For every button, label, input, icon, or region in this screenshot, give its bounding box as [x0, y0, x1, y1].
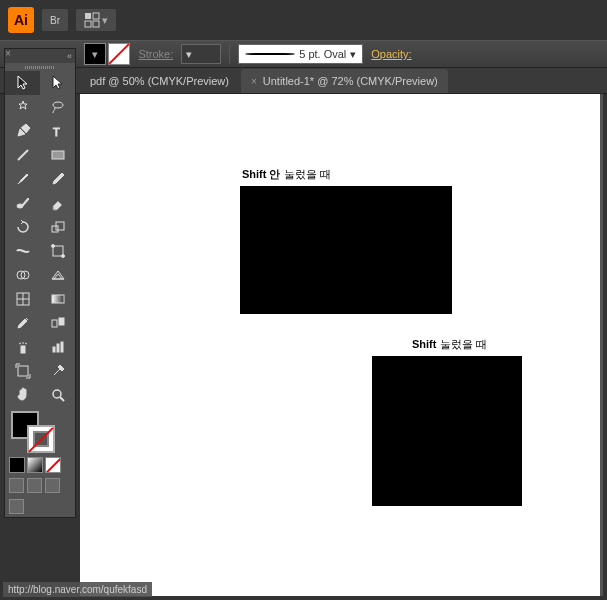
gradient-mode-button[interactable] — [27, 457, 43, 473]
footer-url: http://blog.naver.com/qufekfasd — [3, 582, 152, 597]
panel-grip[interactable] — [5, 63, 75, 71]
svg-rect-11 — [53, 246, 63, 256]
rectangle-shape[interactable] — [240, 186, 452, 314]
svg-rect-23 — [61, 342, 63, 352]
eraser-tool[interactable] — [40, 191, 75, 215]
pencil-tool[interactable] — [40, 167, 75, 191]
paintbrush-tool[interactable] — [5, 167, 40, 191]
gradient-tool[interactable] — [40, 287, 75, 311]
app-menubar: Ai Br ▾ — [0, 0, 607, 40]
rectangle-tool[interactable] — [40, 143, 75, 167]
artboard-tool[interactable] — [5, 359, 40, 383]
document-tabs: pdf @ 50% (CMYK/Preview) × Untitled-1* @… — [0, 68, 607, 94]
canvas-area[interactable]: Shift 안 눌렀을 때 Shift 눌렀을 때 — [80, 94, 603, 596]
symbol-sprayer-tool[interactable] — [5, 335, 40, 359]
none-mode-button[interactable] — [45, 457, 61, 473]
stroke-label[interactable]: Stroke: — [138, 48, 173, 60]
blend-tool[interactable] — [40, 311, 75, 335]
direct-select-tool[interactable] — [40, 71, 75, 95]
tab-label: pdf @ 50% (CMYK/Preview) — [90, 75, 229, 87]
brush-select[interactable]: 5 pt. Oval ▾ — [238, 44, 363, 64]
control-bar: No Selection ▾ Stroke: ▾ 5 pt. Oval ▾ Op… — [0, 40, 607, 68]
svg-rect-17 — [52, 295, 64, 303]
free-transform-tool[interactable] — [40, 239, 75, 263]
svg-line-26 — [60, 397, 64, 401]
screen-mode-row2 — [5, 496, 75, 517]
type-tool[interactable]: T — [40, 119, 75, 143]
svg-rect-22 — [57, 344, 59, 352]
blob-brush-tool[interactable] — [5, 191, 40, 215]
color-mode-button[interactable] — [9, 457, 25, 473]
draw-behind-button[interactable] — [27, 478, 42, 493]
svg-rect-1 — [93, 13, 99, 19]
scale-tool[interactable] — [40, 215, 75, 239]
svg-rect-24 — [18, 366, 28, 376]
arrange-documents-button[interactable]: ▾ — [76, 9, 116, 31]
panel-collapse-icon[interactable]: « — [5, 49, 75, 63]
artboard[interactable]: Shift 안 눌렀을 때 Shift 눌렀을 때 — [80, 94, 600, 596]
svg-rect-3 — [93, 21, 99, 27]
text-label: Shift 안 눌렀을 때 — [242, 164, 331, 182]
magic-wand-tool[interactable] — [5, 95, 40, 119]
app-logo-icon[interactable]: Ai — [8, 7, 34, 33]
stroke-weight-input[interactable]: ▾ — [181, 44, 221, 64]
svg-rect-0 — [85, 13, 91, 19]
tools-panel: « T — [4, 48, 76, 518]
draw-inside-button[interactable] — [45, 478, 60, 493]
color-mode-row — [5, 455, 75, 475]
fill-swatch[interactable]: ▾ — [84, 43, 106, 65]
svg-rect-7 — [52, 151, 64, 159]
screen-mode-row — [5, 475, 75, 496]
slice-tool[interactable] — [40, 359, 75, 383]
square-shape[interactable] — [372, 356, 522, 506]
divider — [229, 44, 230, 64]
stroke-color-swatch[interactable] — [27, 425, 55, 453]
width-tool[interactable] — [5, 239, 40, 263]
svg-rect-9 — [52, 226, 58, 232]
shape-builder-tool[interactable] — [5, 263, 40, 287]
line-tool[interactable] — [5, 143, 40, 167]
svg-rect-18 — [52, 320, 57, 327]
zoom-tool[interactable] — [40, 383, 75, 407]
eyedropper-tool[interactable] — [5, 311, 40, 335]
rotate-tool[interactable] — [5, 215, 40, 239]
graph-tool[interactable] — [40, 335, 75, 359]
mesh-tool[interactable] — [5, 287, 40, 311]
brush-preview-icon — [245, 53, 295, 55]
selection-tool[interactable] — [5, 71, 40, 95]
hand-tool[interactable] — [5, 383, 40, 407]
svg-point-13 — [61, 255, 64, 258]
pen-tool[interactable] — [5, 119, 40, 143]
grid-icon — [84, 12, 100, 28]
stroke-swatch[interactable] — [108, 43, 130, 65]
color-swatches — [5, 407, 75, 455]
panel-close-icon[interactable]: × — [5, 48, 11, 59]
lasso-tool[interactable] — [40, 95, 75, 119]
svg-line-6 — [18, 150, 28, 160]
perspective-grid-tool[interactable] — [40, 263, 75, 287]
svg-point-12 — [51, 245, 54, 248]
screen-mode-button[interactable] — [9, 499, 24, 514]
document-tab[interactable]: pdf @ 50% (CMYK/Preview) — [80, 69, 239, 93]
opacity-label[interactable]: Opacity: — [371, 48, 411, 60]
svg-text:T: T — [53, 126, 60, 138]
document-tab[interactable]: × Untitled-1* @ 72% (CMYK/Preview) — [241, 69, 448, 93]
text-label: Shift 눌렀을 때 — [412, 334, 487, 352]
svg-rect-20 — [21, 346, 25, 353]
svg-rect-21 — [53, 347, 55, 352]
draw-mode-button[interactable] — [9, 478, 24, 493]
bridge-button[interactable]: Br — [42, 9, 68, 31]
svg-point-4 — [53, 102, 63, 108]
tab-label: Untitled-1* @ 72% (CMYK/Preview) — [263, 75, 438, 87]
svg-point-25 — [53, 390, 61, 398]
svg-rect-19 — [59, 318, 64, 325]
close-icon[interactable]: × — [251, 76, 257, 87]
svg-rect-2 — [85, 21, 91, 27]
